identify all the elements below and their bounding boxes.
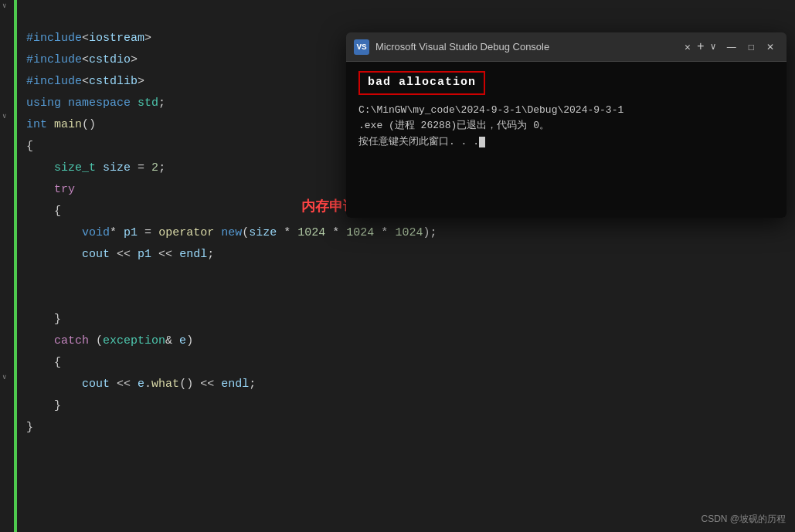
close-btn[interactable]: ✕ (762, 40, 779, 54)
dropdown-btn[interactable]: ∨ (711, 41, 716, 53)
bad-alloc-output: bad allocation (358, 71, 485, 95)
minimize-btn[interactable]: — (722, 40, 741, 54)
tab-close-btn[interactable]: ✕ (685, 41, 691, 53)
collapse-arrow-1[interactable]: ∨ (2, 2, 6, 10)
terminal-title: Microsoft Visual Studio Debug Console (375, 41, 672, 53)
vs-icon: VS (354, 39, 369, 55)
terminal-path-output: C:\MinGW\my_code\2024-9-3-1\Debug\2024-9… (358, 103, 774, 151)
code-editor: ∨ ∨ ∨ #include<iostream> #include<cstdio… (0, 0, 795, 532)
terminal-window: VS Microsoft Visual Studio Debug Console… (346, 32, 787, 218)
watermark: CSDN @坡砚的历程 (701, 513, 786, 526)
cursor (479, 137, 485, 147)
collapse-arrow-3[interactable]: ∨ (2, 373, 6, 381)
terminal-titlebar: VS Microsoft Visual Studio Debug Console… (346, 32, 787, 62)
collapse-arrow-2[interactable]: ∨ (2, 112, 6, 120)
collapse-gutter: ∨ ∨ ∨ (0, 0, 14, 532)
terminal-body: bad allocation C:\MinGW\my_code\2024-9-3… (346, 62, 787, 218)
terminal-extra-controls: ✕ + ∨ (685, 40, 716, 54)
maximize-btn[interactable]: □ (744, 40, 759, 54)
new-tab-btn[interactable]: + (697, 40, 705, 54)
window-controls: — □ ✕ (722, 40, 779, 54)
